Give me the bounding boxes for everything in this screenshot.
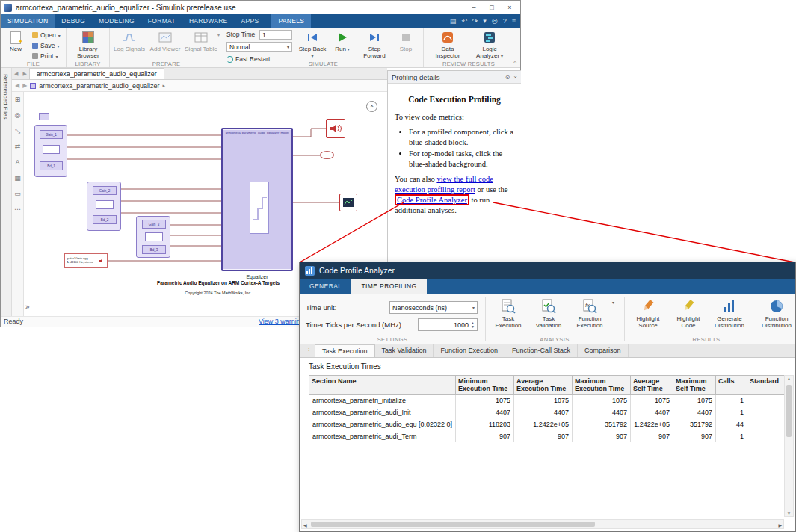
tab-scroll-left-icon[interactable]: ◀ [12,68,20,79]
tab-time-profiling[interactable]: TIME PROFILING [351,279,426,294]
step-back-button[interactable]: Step Back ▾ [298,30,327,59]
close-panel-icon[interactable]: × [513,74,517,81]
time-unit-select[interactable]: Nanoseconds (ns) ▾ [389,301,478,314]
ribbon-tab-panels[interactable]: PANELS [271,14,311,28]
table-row[interactable]: armcortexa_parametric_audio_equ [0.02322… [309,418,785,430]
table-header-cell[interactable]: Minimum Execution Time [456,376,514,395]
vertical-scroll-thumb[interactable] [786,385,792,437]
function-distribution-button[interactable]: Function Distribution [756,297,796,329]
chevron-down-icon[interactable]: ▾ [483,17,487,25]
code-profile-analyzer-link[interactable]: Code Profile Analyzer [397,196,467,204]
highlight-code-button[interactable]: Highlight Code [669,297,708,329]
view-tab[interactable]: Task Validation [375,344,434,357]
equalizer-subsystem-block[interactable]: armcortexa_parametric_audio_equalizer_mo… [221,128,293,271]
task-validation-button[interactable]: Task Validation [530,297,567,329]
more-tools-icon[interactable]: ⋯ [12,202,23,217]
table-header-cell[interactable]: Maximum Self Time [673,376,716,395]
ribbon-tab[interactable]: FORMAT [141,14,182,28]
document-tab[interactable]: armcortexa_parametric_audio_equalizer [29,68,164,79]
table-header-cell[interactable]: Average Execution Time [514,376,573,395]
browse-icon[interactable]: ⊞ [12,92,23,108]
view-tab[interactable]: Comparison [578,344,629,357]
breadcrumb[interactable]: armcortexa_parametric_audio_equalizer [39,82,159,90]
table-row[interactable]: armcortexa_parametri_initialize 1075 107… [309,395,785,406]
view-tab[interactable]: Task Execution [315,344,375,357]
expand-palette-icon[interactable]: » [25,303,30,311]
shape-icon[interactable]: ▭ [12,186,23,202]
sim-mode-select[interactable]: Normal▾ [226,42,292,52]
timer-ticks-spinner[interactable]: 1000 ▲▼ [418,318,478,331]
generate-distribution-button[interactable]: Generate Distribution [709,297,750,329]
ribbon-tab[interactable]: DEBUG [55,14,92,28]
ribbon-tab[interactable]: APPS [235,14,266,28]
spinner-arrows-icon[interactable]: ▲▼ [471,321,475,329]
new-button[interactable]: ✦ New [4,30,28,52]
collapse-ribbon-icon[interactable]: ^ [513,59,516,66]
horizontal-scroll-thumb[interactable] [311,522,595,527]
open-button[interactable]: Open▾ [32,31,61,39]
table-row[interactable]: armcortexa_parametric_audi_Init 4407 440… [309,406,785,418]
source-block[interactable] [39,113,49,120]
horizontal-scrollbar[interactable]: ◀ ▶ [301,519,784,529]
bandwidth-block[interactable]: Bd_3 [142,245,166,254]
bandwidth-block[interactable]: Bd_2 [93,215,117,224]
highlight-source-button[interactable]: Highlight Source [629,297,667,329]
audio-output-block[interactable] [326,119,345,138]
area-icon[interactable]: ▦ [12,170,23,186]
tab-general[interactable]: GENERAL [300,279,351,294]
constant-block[interactable] [96,200,114,209]
scroll-right-icon[interactable]: ▶ [778,522,782,528]
signal-table-button[interactable]: Signal Table [185,30,217,52]
stop-time-input[interactable]: 1 [259,30,292,40]
run-button[interactable]: Run ▾ [330,30,355,52]
ribbon-tab[interactable]: SIMULATION [1,14,55,28]
annotation-icon[interactable]: A [12,155,23,170]
band1-group[interactable]: Gain_1 Bd_1 [34,125,67,177]
view-tab[interactable]: Function-Call Stack [505,344,578,357]
pin-panel-icon[interactable]: ⊙ [505,74,510,81]
undo-icon[interactable]: ↶ [461,17,467,25]
add-viewer-button[interactable]: Add Viewer [149,30,182,52]
gain-block[interactable]: Gain_1 [40,130,63,139]
ribbon-tab[interactable]: MODELING [92,14,141,28]
audio-file-source-block[interactable]: guitar10min.ogg A: 44100 Hz, stereo [64,253,108,268]
dismiss-badge-button[interactable]: × [366,101,377,112]
chevron-down-icon[interactable]: ▾ [217,32,220,37]
panel-handle-icon[interactable]: ⋮ [303,344,315,357]
gain-block[interactable]: Gain_2 [93,186,117,195]
referenced-files-tab[interactable]: Referenced Files [2,74,9,119]
menu-icon[interactable]: ≡ [512,17,516,25]
nav-forward-icon[interactable]: ▶ [22,82,27,89]
step-forward-button[interactable]: Step Forward [358,30,391,59]
redo-icon[interactable]: ↷ [472,17,478,25]
constant-block[interactable] [43,145,60,154]
vertical-scrollbar[interactable]: ▲ ▼ [784,375,794,517]
orientation-icon[interactable]: ⇄ [12,139,23,155]
save-button[interactable]: Save▾ [32,42,59,49]
terminator-block[interactable] [320,151,334,159]
fit-view-icon[interactable]: ⤡ [12,123,23,139]
zoom-icon[interactable]: ◎ [12,108,23,123]
analysis-more-icon[interactable]: ▾ [612,300,614,305]
table-row[interactable]: armcortexa_parametric_audi_Term 907 907 … [309,430,785,442]
save-icon[interactable]: ▤ [450,17,457,25]
table-header-cell[interactable]: Calls [716,376,747,395]
view-tab[interactable]: Function Execution [434,344,505,357]
tab-scroll-right-icon[interactable]: ▶ [20,68,28,79]
scroll-left-icon[interactable]: ◀ [303,522,307,528]
library-browser-button[interactable]: Library Browser [71,30,105,59]
gain-block[interactable]: Gain_3 [142,220,166,229]
ribbon-tab[interactable]: HARDWARE [182,14,235,28]
function-execution-button[interactable]: fx Function Execution [570,297,609,329]
bandwidth-block[interactable]: Bd_1 [40,161,63,170]
table-header-cell[interactable]: Maximum Execution Time [573,376,631,395]
print-button[interactable]: Print▾ [32,52,58,60]
help-icon[interactable]: ? [503,17,507,25]
table-header-cell[interactable]: Average Self Time [631,376,673,395]
band2-group[interactable]: Gain_2 Bd_2 [87,182,121,231]
nav-back-icon[interactable]: ◀ [15,82,19,89]
band3-group[interactable]: Gain_3 Bd_3 [136,216,170,258]
log-signals-button[interactable]: Log Signals [113,30,146,52]
stop-button[interactable]: Stop [394,30,418,52]
scroll-down-icon[interactable]: ▼ [785,511,793,516]
